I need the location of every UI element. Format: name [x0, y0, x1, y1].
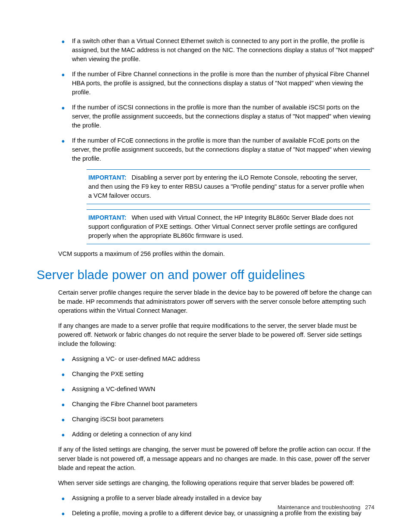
callout-text: When used with Virtual Connect, the HP I…	[88, 214, 357, 239]
callout-text: Disabling a server port by entering the …	[88, 174, 364, 199]
page-footer: Maintenance and troubleshooting 274	[277, 504, 374, 510]
page-content: If a switch other than a Virtual Connect…	[37, 37, 374, 518]
body-paragraph: If any of the listed settings are changi…	[58, 445, 374, 472]
list-item: Assigning a VC-defined WWN	[58, 385, 374, 394]
list-item: Assigning a VC- or user-defined MAC addr…	[58, 355, 374, 364]
important-callout-1: IMPORTANT: Disabling a server port by en…	[87, 169, 370, 204]
body-paragraph: Certain server profile changes require t…	[58, 288, 374, 315]
body-paragraph: When server side settings are changing, …	[58, 479, 374, 488]
list-item: If the number of Fibre Channel connectio…	[58, 70, 374, 97]
list-item: If the number of FCoE connections in the…	[58, 136, 374, 163]
important-callout-2: IMPORTANT: When used with Virtual Connec…	[87, 209, 370, 244]
list-item: Adding or deleting a connection of any k…	[58, 430, 374, 439]
list-item: Assigning a profile to a server blade al…	[58, 494, 374, 503]
section-heading: Server blade power on and power off guid…	[37, 268, 374, 282]
callout-label: IMPORTANT:	[88, 174, 126, 181]
profile-notes-list: If a switch other than a Virtual Connect…	[58, 37, 374, 163]
settings-list: Assigning a VC- or user-defined MAC addr…	[58, 355, 374, 439]
footer-page-number: 274	[365, 504, 374, 510]
list-item: If a switch other than a Virtual Connect…	[58, 37, 374, 64]
list-item: If the number of iSCSI connections in th…	[58, 103, 374, 130]
list-item: Changing the PXE setting	[58, 370, 374, 379]
list-item: Changing iSCSI boot parameters	[58, 415, 374, 424]
footer-section: Maintenance and troubleshooting	[277, 504, 360, 510]
body-paragraph: If any changes are made to a server prof…	[58, 321, 374, 348]
closing-paragraph: VCM supports a maximum of 256 profiles w…	[58, 249, 374, 258]
list-item: Changing the Fibre Channel boot paramete…	[58, 400, 374, 409]
callout-label: IMPORTANT:	[88, 214, 126, 221]
